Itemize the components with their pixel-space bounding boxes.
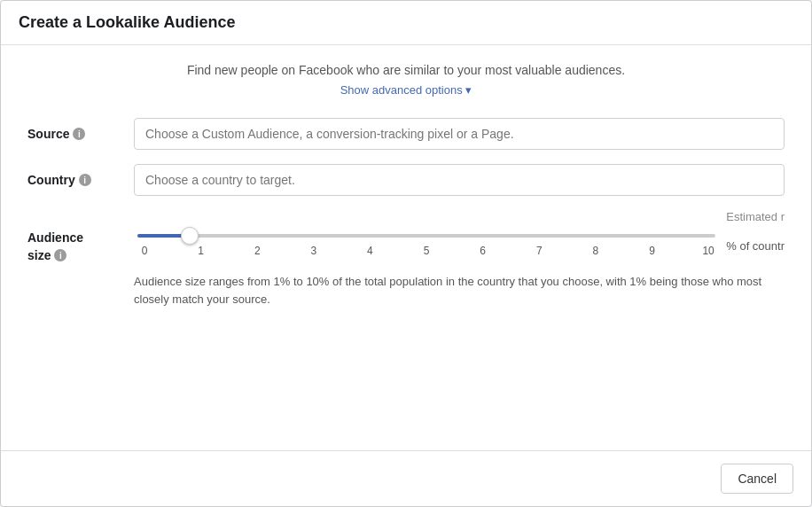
tick-6: 6 xyxy=(476,245,490,257)
source-label: Source i xyxy=(27,127,134,141)
tick-3: 3 xyxy=(307,245,321,257)
country-label: Country i xyxy=(27,173,134,187)
audience-size-label2: size xyxy=(27,248,51,262)
country-info-icon[interactable]: i xyxy=(79,174,91,186)
slider-thumb[interactable] xyxy=(181,227,199,245)
estimated-label: Estimated r xyxy=(726,210,785,223)
audience-label-col: Audience size i xyxy=(27,229,134,262)
advanced-link-container: Show advanced options ▾ xyxy=(27,82,785,97)
audience-size-slider-container: 0 1 2 3 4 5 6 7 8 9 10 xyxy=(134,227,719,264)
description-text: Find new people on Facebook who are simi… xyxy=(27,63,785,77)
modal-body: Find new people on Facebook who are simi… xyxy=(1,45,811,450)
create-lookalike-modal: Create a Lookalike Audience Find new peo… xyxy=(0,0,812,507)
audience-size-section: Estimated r Audience size i xyxy=(27,210,785,308)
tick-7: 7 xyxy=(532,245,546,257)
tick-8: 8 xyxy=(589,245,603,257)
modal-footer: Cancel xyxy=(1,450,811,506)
slider-ticks: 0 1 2 3 4 5 6 7 8 9 10 xyxy=(134,245,719,257)
tick-10: 10 xyxy=(701,245,715,257)
source-input[interactable] xyxy=(134,118,785,150)
percent-label: % of countr xyxy=(726,239,785,253)
modal-title: Create a Lookalike Audience xyxy=(19,13,793,32)
tick-2: 2 xyxy=(250,245,264,257)
audience-note: Audience size ranges from 1% to 10% of t… xyxy=(134,273,785,308)
country-input[interactable] xyxy=(134,164,785,196)
audience-size-row: Audience size i 0 1 2 xyxy=(27,227,785,264)
tick-1: 1 xyxy=(194,245,208,257)
tick-4: 4 xyxy=(363,245,377,257)
country-row: Country i xyxy=(27,164,785,196)
source-info-icon[interactable]: i xyxy=(73,128,85,140)
tick-9: 9 xyxy=(644,245,659,257)
source-row: Source i xyxy=(27,118,785,150)
estimated-label-container: Estimated r xyxy=(27,210,785,223)
tick-0: 0 xyxy=(137,245,152,257)
advanced-options-link[interactable]: Show advanced options ▾ xyxy=(340,83,472,97)
audience-size-label: Audience xyxy=(27,230,83,245)
audience-size-info-icon[interactable]: i xyxy=(54,249,66,261)
modal-header: Create a Lookalike Audience xyxy=(1,1,811,45)
cancel-button[interactable]: Cancel xyxy=(721,464,793,494)
tick-5: 5 xyxy=(419,245,433,257)
slider-track xyxy=(137,234,715,238)
